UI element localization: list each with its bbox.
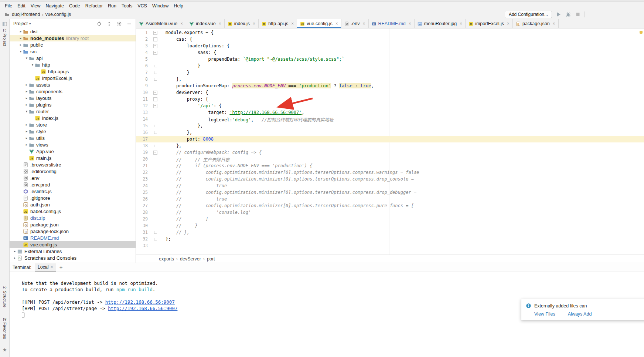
fold-start-icon[interactable] bbox=[152, 89, 158, 96]
editor-breadcrumb-devserver[interactable]: devServer bbox=[180, 256, 201, 262]
chevron-collapsed-icon[interactable]: ▸ bbox=[24, 143, 29, 146]
fold-end-icon[interactable] bbox=[152, 129, 158, 136]
code-line-30[interactable]: 30 // } bbox=[136, 222, 644, 229]
fold-start-icon[interactable] bbox=[152, 96, 158, 102]
code-line-19[interactable]: 19 // configureWebpack: config => { bbox=[136, 149, 644, 156]
chevron-collapsed-icon[interactable]: ▸ bbox=[24, 103, 29, 107]
chevron-down-icon[interactable]: ▾ bbox=[29, 22, 31, 26]
editor-tab-env[interactable]: .env× bbox=[341, 19, 369, 28]
code-line-14[interactable]: 14 logLevel:'debug', //控制台终端打印代理前的真实地址 bbox=[136, 116, 644, 122]
tree-item-vue-config-js[interactable]: JSvue.config.js bbox=[10, 241, 136, 248]
code-line-10[interactable]: 10 devServer: { bbox=[136, 89, 644, 96]
code-line-2[interactable]: 2 css: { bbox=[136, 36, 644, 43]
editor-tab-package-json[interactable]: {}package.json× bbox=[513, 19, 559, 28]
tool-button-project[interactable]: 1: Project bbox=[3, 29, 7, 46]
tree-item-http-api-js[interactable]: JShttp-api.js bbox=[10, 68, 136, 75]
code-line-8[interactable]: 8 }, bbox=[136, 76, 644, 82]
tree-item-layouts[interactable]: ▸layouts bbox=[10, 95, 136, 101]
editor-tab-asidemenu-vue[interactable]: AsideMenu.vue× bbox=[136, 19, 186, 28]
fold-end-icon[interactable] bbox=[152, 229, 158, 236]
code-line-25[interactable]: 25 // config.optimization.minimizer[0].o… bbox=[136, 189, 644, 196]
tree-item-index-js[interactable]: JSindex.js bbox=[10, 115, 136, 121]
tree-item-scratches-and-consoles[interactable]: ▸Scratches and Consoles bbox=[10, 255, 136, 261]
chevron-expanded-icon[interactable]: ▾ bbox=[18, 50, 23, 53]
code-line-15[interactable]: 15 }, bbox=[136, 122, 644, 129]
code-line-32[interactable]: 32}; bbox=[136, 236, 644, 242]
fold-end-icon[interactable] bbox=[152, 69, 158, 76]
code-line-13[interactable]: 13 target: 'http://192.168.66.56:9007', bbox=[136, 109, 644, 116]
menu-code[interactable]: Code bbox=[67, 2, 83, 10]
tree-item-utils[interactable]: ▸utils bbox=[10, 135, 136, 141]
tree-item-eslintrc-js[interactable]: .eslintrc.js bbox=[10, 188, 136, 195]
tree-item-style[interactable]: ▸style bbox=[10, 128, 136, 135]
terminal-link[interactable]: http://192.168.66.56:9007 bbox=[108, 306, 177, 311]
settings-gear-icon[interactable] bbox=[116, 21, 122, 27]
editor-breadcrumb-port[interactable]: port bbox=[207, 256, 215, 262]
chevron-collapsed-icon[interactable]: ▸ bbox=[24, 96, 29, 100]
menu-file[interactable]: File bbox=[2, 2, 15, 10]
chevron-collapsed-icon[interactable]: ▸ bbox=[18, 43, 23, 47]
code-line-22[interactable]: 22 // config.optimization.minimizer[0].o… bbox=[136, 169, 644, 176]
tree-item-importexcel-js[interactable]: JSimportExcel.js bbox=[10, 75, 136, 81]
menu-window[interactable]: Window bbox=[150, 2, 171, 10]
fold-start-icon[interactable] bbox=[152, 149, 158, 156]
close-tab-icon[interactable]: × bbox=[362, 21, 365, 26]
tree-item-api[interactable]: ▾api bbox=[10, 55, 136, 61]
close-terminal-tab-icon[interactable]: × bbox=[51, 265, 53, 270]
close-tab-icon[interactable]: × bbox=[553, 21, 555, 26]
chevron-collapsed-icon[interactable]: ▸ bbox=[24, 129, 29, 133]
menu-tools[interactable]: Tools bbox=[119, 2, 135, 10]
code-line-27[interactable]: 27 // config.optimization.minimizer[0].o… bbox=[136, 202, 644, 209]
chevron-collapsed-icon[interactable]: ▸ bbox=[13, 256, 17, 260]
fold-end-icon[interactable] bbox=[152, 63, 158, 69]
code-line-26[interactable]: 26 // true bbox=[136, 196, 644, 202]
tree-item-external-libraries[interactable]: ▸External Libraries bbox=[10, 248, 136, 255]
editor-tab-readme-md[interactable]: M↓README.md× bbox=[369, 19, 415, 28]
debug-icon[interactable] bbox=[565, 11, 571, 17]
chevron-collapsed-icon[interactable]: ▸ bbox=[24, 136, 29, 140]
close-tab-icon[interactable]: × bbox=[219, 21, 221, 26]
fold-start-icon[interactable] bbox=[152, 102, 158, 109]
tree-item-public[interactable]: ▸public bbox=[10, 41, 136, 48]
tree-item-package-json[interactable]: {}package.json bbox=[10, 221, 136, 228]
tree-item-app-vue[interactable]: App.vue bbox=[10, 148, 136, 155]
editor-tab-menurouter-jpg[interactable]: menuRouter.jpg× bbox=[415, 19, 466, 28]
editor-tab-http-api-js[interactable]: JShttp-api.js× bbox=[259, 19, 297, 28]
code-line-23[interactable]: 23 // config.optimization.minimizer[0].o… bbox=[136, 176, 644, 182]
menu-view[interactable]: View bbox=[28, 2, 43, 10]
code-line-20[interactable]: 20 // // 生产去除日志 bbox=[136, 156, 644, 162]
breadcrumb-project[interactable]: duoji-frontend bbox=[12, 12, 40, 17]
collapse-all-icon[interactable] bbox=[106, 21, 112, 27]
fold-end-icon[interactable] bbox=[152, 142, 158, 149]
code-line-28[interactable]: 28 // 'console.log' bbox=[136, 209, 644, 216]
tree-item-dist[interactable]: ▸dist bbox=[10, 28, 136, 35]
tree-item-store[interactable]: ▸store bbox=[10, 121, 136, 128]
tree-item-editorconfig[interactable]: .editorconfig bbox=[10, 168, 136, 175]
menu-vcs[interactable]: VCS bbox=[135, 2, 150, 10]
tree-item-node-modules[interactable]: ▸node_moduleslibrary root bbox=[10, 35, 136, 41]
terminal-tab-local[interactable]: Local × bbox=[35, 263, 56, 272]
code-line-16[interactable]: 16 }, bbox=[136, 129, 644, 136]
tree-item-assets[interactable]: ▸assets bbox=[10, 81, 136, 88]
tree-item-auth-json[interactable]: {}auth.json bbox=[10, 201, 136, 208]
editor-breadcrumb-exports[interactable]: exports bbox=[159, 256, 174, 262]
new-terminal-session-icon[interactable]: + bbox=[59, 264, 63, 270]
fold-end-icon[interactable] bbox=[152, 236, 158, 242]
fold-start-icon[interactable] bbox=[152, 49, 158, 56]
tool-button-structure[interactable]: 2: Structure bbox=[3, 286, 7, 307]
editor-tab-index-js[interactable]: JSindex.js× bbox=[225, 19, 259, 28]
editor-tab-importexcel-js[interactable]: JSimportExcel.js× bbox=[466, 19, 513, 28]
editor-tab-vue-config-js[interactable]: JSvue.config.js× bbox=[297, 19, 341, 28]
code-line-7[interactable]: 7 } bbox=[136, 69, 644, 76]
tree-item-main-js[interactable]: JSmain.js bbox=[10, 155, 136, 161]
tree-item-env[interactable]: .env bbox=[10, 175, 136, 181]
chevron-collapsed-icon[interactable]: ▸ bbox=[24, 83, 29, 87]
code-line-17[interactable]: 17 port: 8008 bbox=[136, 136, 644, 142]
tree-item-browserslistrc[interactable]: .browserslistrc bbox=[10, 161, 136, 168]
code-line-33[interactable]: 33 bbox=[136, 242, 644, 249]
code-line-4[interactable]: 4 sass: { bbox=[136, 49, 644, 56]
code-line-24[interactable]: 24 // true bbox=[136, 182, 644, 189]
code-line-12[interactable]: 12 '/api': { bbox=[136, 102, 644, 109]
close-tab-icon[interactable]: × bbox=[507, 21, 510, 26]
chevron-expanded-icon[interactable]: ▾ bbox=[30, 63, 35, 67]
